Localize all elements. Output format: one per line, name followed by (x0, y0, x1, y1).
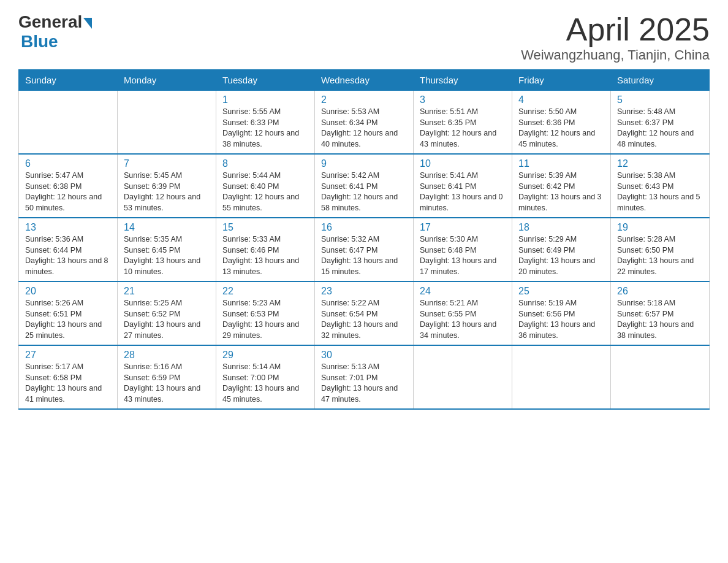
day-info: Sunrise: 5:36 AM Sunset: 6:44 PM Dayligh… (25, 234, 111, 277)
day-info: Sunrise: 5:33 AM Sunset: 6:46 PM Dayligh… (222, 234, 308, 277)
calendar-cell: 12Sunrise: 5:38 AM Sunset: 6:43 PM Dayli… (611, 154, 710, 218)
day-number: 17 (420, 222, 506, 233)
day-info: Sunrise: 5:28 AM Sunset: 6:50 PM Dayligh… (617, 234, 703, 277)
calendar-cell (611, 345, 710, 409)
calendar-cell: 19Sunrise: 5:28 AM Sunset: 6:50 PM Dayli… (611, 218, 710, 282)
day-info: Sunrise: 5:44 AM Sunset: 6:40 PM Dayligh… (222, 170, 308, 213)
day-info: Sunrise: 5:14 AM Sunset: 7:00 PM Dayligh… (222, 362, 308, 405)
day-info: Sunrise: 5:39 AM Sunset: 6:42 PM Dayligh… (518, 170, 604, 213)
calendar-cell: 30Sunrise: 5:13 AM Sunset: 7:01 PM Dayli… (315, 345, 414, 409)
day-number: 16 (321, 222, 407, 233)
logo-blue-text: Blue (21, 32, 92, 52)
calendar-cell: 15Sunrise: 5:33 AM Sunset: 6:46 PM Dayli… (216, 218, 315, 282)
day-info: Sunrise: 5:22 AM Sunset: 6:54 PM Dayligh… (321, 298, 407, 341)
calendar-cell (19, 91, 118, 155)
day-info: Sunrise: 5:30 AM Sunset: 6:48 PM Dayligh… (420, 234, 506, 277)
calendar-cell: 28Sunrise: 5:16 AM Sunset: 6:59 PM Dayli… (118, 345, 216, 409)
calendar-header: SundayMondayTuesdayWednesdayThursdayFrid… (19, 70, 710, 91)
calendar-cell: 26Sunrise: 5:18 AM Sunset: 6:57 PM Dayli… (611, 282, 710, 345)
day-number: 7 (124, 158, 210, 169)
day-number: 11 (518, 158, 604, 169)
week-row-3: 13Sunrise: 5:36 AM Sunset: 6:44 PM Dayli… (19, 218, 710, 282)
logo-general-text: General (18, 12, 82, 32)
header-cell-wednesday: Wednesday (315, 70, 414, 91)
day-info: Sunrise: 5:21 AM Sunset: 6:55 PM Dayligh… (420, 298, 506, 341)
calendar-cell: 22Sunrise: 5:23 AM Sunset: 6:53 PM Dayli… (216, 282, 315, 345)
calendar-cell: 14Sunrise: 5:35 AM Sunset: 6:45 PM Dayli… (118, 218, 216, 282)
day-info: Sunrise: 5:50 AM Sunset: 6:36 PM Dayligh… (518, 107, 604, 150)
day-info: Sunrise: 5:26 AM Sunset: 6:51 PM Dayligh… (25, 298, 111, 341)
day-info: Sunrise: 5:38 AM Sunset: 6:43 PM Dayligh… (617, 170, 703, 213)
day-number: 27 (25, 350, 111, 361)
calendar-cell (512, 345, 611, 409)
day-number: 29 (222, 350, 308, 361)
day-info: Sunrise: 5:45 AM Sunset: 6:39 PM Dayligh… (124, 170, 210, 213)
day-info: Sunrise: 5:23 AM Sunset: 6:53 PM Dayligh… (222, 298, 308, 341)
day-number: 12 (617, 158, 703, 169)
day-info: Sunrise: 5:35 AM Sunset: 6:45 PM Dayligh… (124, 234, 210, 277)
calendar-cell: 13Sunrise: 5:36 AM Sunset: 6:44 PM Dayli… (19, 218, 118, 282)
day-number: 28 (124, 350, 210, 361)
day-info: Sunrise: 5:48 AM Sunset: 6:37 PM Dayligh… (617, 107, 703, 150)
day-info: Sunrise: 5:42 AM Sunset: 6:41 PM Dayligh… (321, 170, 407, 213)
header-cell-saturday: Saturday (611, 70, 710, 91)
day-number: 14 (124, 222, 210, 233)
header-cell-sunday: Sunday (19, 70, 118, 91)
header-cell-thursday: Thursday (414, 70, 512, 91)
day-number: 20 (25, 286, 111, 297)
day-number: 10 (420, 158, 506, 169)
day-number: 19 (617, 222, 703, 233)
calendar-cell: 11Sunrise: 5:39 AM Sunset: 6:42 PM Dayli… (512, 154, 611, 218)
day-number: 30 (321, 350, 407, 361)
calendar-cell (414, 345, 512, 409)
day-number: 22 (222, 286, 308, 297)
week-row-1: 1Sunrise: 5:55 AM Sunset: 6:33 PM Daylig… (19, 91, 710, 155)
week-row-5: 27Sunrise: 5:17 AM Sunset: 6:58 PM Dayli… (19, 345, 710, 409)
calendar-cell: 18Sunrise: 5:29 AM Sunset: 6:49 PM Dayli… (512, 218, 611, 282)
day-number: 4 (518, 94, 604, 105)
calendar-cell: 23Sunrise: 5:22 AM Sunset: 6:54 PM Dayli… (315, 282, 414, 345)
day-number: 8 (222, 158, 308, 169)
calendar-cell: 24Sunrise: 5:21 AM Sunset: 6:55 PM Dayli… (414, 282, 512, 345)
calendar-cell: 8Sunrise: 5:44 AM Sunset: 6:40 PM Daylig… (216, 154, 315, 218)
page-header: General Blue April 2025 Weiwangzhuang, T… (18, 12, 710, 63)
calendar-cell: 9Sunrise: 5:42 AM Sunset: 6:41 PM Daylig… (315, 154, 414, 218)
day-info: Sunrise: 5:19 AM Sunset: 6:56 PM Dayligh… (518, 298, 604, 341)
calendar-cell: 3Sunrise: 5:51 AM Sunset: 6:35 PM Daylig… (414, 91, 512, 155)
day-info: Sunrise: 5:51 AM Sunset: 6:35 PM Dayligh… (420, 107, 506, 150)
week-row-4: 20Sunrise: 5:26 AM Sunset: 6:51 PM Dayli… (19, 282, 710, 345)
calendar-cell: 29Sunrise: 5:14 AM Sunset: 7:00 PM Dayli… (216, 345, 315, 409)
header-cell-monday: Monday (118, 70, 216, 91)
calendar-cell: 6Sunrise: 5:47 AM Sunset: 6:38 PM Daylig… (19, 154, 118, 218)
calendar-cell (118, 91, 216, 155)
calendar-subtitle: Weiwangzhuang, Tianjin, China (521, 47, 710, 63)
calendar-cell: 21Sunrise: 5:25 AM Sunset: 6:52 PM Dayli… (118, 282, 216, 345)
day-number: 15 (222, 222, 308, 233)
day-info: Sunrise: 5:55 AM Sunset: 6:33 PM Dayligh… (222, 107, 308, 150)
header-row: SundayMondayTuesdayWednesdayThursdayFrid… (19, 70, 710, 91)
day-info: Sunrise: 5:13 AM Sunset: 7:01 PM Dayligh… (321, 362, 407, 405)
day-info: Sunrise: 5:17 AM Sunset: 6:58 PM Dayligh… (25, 362, 111, 405)
calendar-title: April 2025 (521, 12, 710, 47)
calendar-cell: 20Sunrise: 5:26 AM Sunset: 6:51 PM Dayli… (19, 282, 118, 345)
day-number: 6 (25, 158, 111, 169)
calendar-cell: 1Sunrise: 5:55 AM Sunset: 6:33 PM Daylig… (216, 91, 315, 155)
logo-arrow-icon (83, 18, 92, 29)
day-number: 9 (321, 158, 407, 169)
day-number: 21 (124, 286, 210, 297)
day-number: 2 (321, 94, 407, 105)
day-info: Sunrise: 5:18 AM Sunset: 6:57 PM Dayligh… (617, 298, 703, 341)
day-info: Sunrise: 5:53 AM Sunset: 6:34 PM Dayligh… (321, 107, 407, 150)
title-block: April 2025 Weiwangzhuang, Tianjin, China (521, 12, 710, 63)
calendar-cell: 10Sunrise: 5:41 AM Sunset: 6:41 PM Dayli… (414, 154, 512, 218)
day-number: 26 (617, 286, 703, 297)
day-number: 3 (420, 94, 506, 105)
day-number: 25 (518, 286, 604, 297)
day-number: 18 (518, 222, 604, 233)
calendar-cell: 5Sunrise: 5:48 AM Sunset: 6:37 PM Daylig… (611, 91, 710, 155)
day-info: Sunrise: 5:41 AM Sunset: 6:41 PM Dayligh… (420, 170, 506, 213)
calendar-cell: 2Sunrise: 5:53 AM Sunset: 6:34 PM Daylig… (315, 91, 414, 155)
calendar-cell: 4Sunrise: 5:50 AM Sunset: 6:36 PM Daylig… (512, 91, 611, 155)
header-cell-friday: Friday (512, 70, 611, 91)
week-row-2: 6Sunrise: 5:47 AM Sunset: 6:38 PM Daylig… (19, 154, 710, 218)
